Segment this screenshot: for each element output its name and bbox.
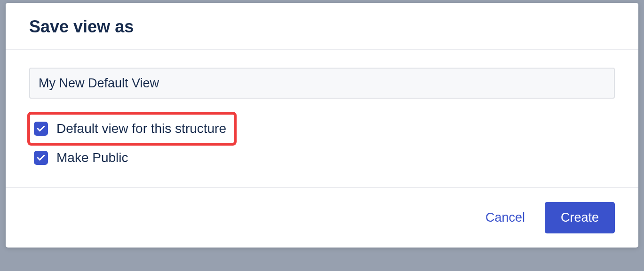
dialog-footer: Cancel Create (6, 188, 638, 248)
dialog-title: Save view as (29, 17, 615, 37)
default-view-option[interactable]: Default view for this structure (34, 118, 226, 139)
make-public-checkbox[interactable] (34, 151, 48, 165)
check-icon (36, 153, 46, 163)
dialog-header: Save view as (6, 3, 638, 50)
make-public-option[interactable]: Make Public (34, 147, 128, 168)
default-view-label: Default view for this structure (56, 121, 226, 136)
cancel-button[interactable]: Cancel (480, 203, 531, 232)
highlight-annotation: Default view for this structure (27, 112, 237, 146)
default-view-checkbox[interactable] (34, 122, 48, 136)
dialog-body: Default view for this structure Make Pub… (6, 50, 638, 188)
check-icon (36, 124, 46, 133)
save-view-dialog: Save view as Default view for this struc… (6, 3, 638, 248)
view-name-input[interactable] (29, 68, 615, 99)
make-public-label: Make Public (56, 150, 128, 165)
options-group: Default view for this structure Make Pub… (29, 112, 615, 168)
create-button[interactable]: Create (545, 202, 615, 233)
